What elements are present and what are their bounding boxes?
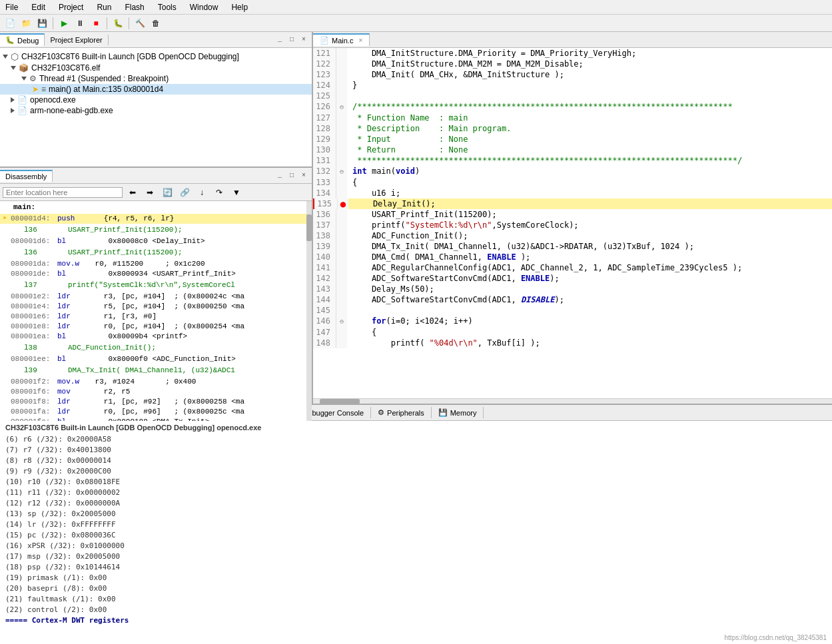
peripherals-tab[interactable]: ⚙ Peripherals	[371, 407, 432, 418]
fold-icon-126[interactable]: ⊖	[340, 103, 344, 111]
menu-run[interactable]: Run	[94, 1, 114, 13]
top-section: 🐛 Debug Project Explorer _ □ × ⬡ CH3	[0, 32, 832, 405]
thread-icon: ⚙	[29, 74, 37, 83]
clean-button[interactable]: 🗑	[149, 16, 163, 31]
console-line-10: (16) xPSR (/32): 0x01000000	[5, 541, 827, 551]
code-line-124: 124 }	[313, 80, 832, 91]
console-line-7: (13) sp (/32): 0x20005000	[5, 509, 827, 519]
run-button[interactable]: ▶	[57, 16, 71, 31]
code-line-140: 140 DMA_Cmd( DMA1_Channel1, ENABLE );	[313, 252, 832, 262]
disasm-source-l37: l37 printf("SystemClk:%d\r\n",SystemCore…	[0, 279, 312, 292]
memory-tab[interactable]: 💾 Memory	[432, 407, 484, 418]
tree-thread-label: Thread #1 (Suspended : Breakpoint)	[39, 74, 169, 83]
disasm-refresh-btn[interactable]: 🔄	[160, 185, 175, 200]
disasm-row-13[interactable]: 080001fa: ldr r0, [pc, #96] ; (0x800025c…	[0, 407, 312, 417]
yellow-arrow-icon: ➤	[32, 85, 39, 94]
code-line-130: 130 * Return : None	[313, 145, 832, 155]
code-line-143: 143 Delay_Ms(50);	[313, 284, 832, 294]
tree-item-elf[interactable]: 📦 CH32F103C8T6.elf	[0, 63, 312, 73]
disasm-sync-btn[interactable]: 🔗	[177, 185, 192, 200]
build-button[interactable]: 🔨	[133, 16, 147, 31]
disasm-row-5[interactable]: 080001e4: ldr r5, [pc, #104] ; (0x800025…	[0, 302, 312, 312]
code-line-134: 134 u16 i;	[313, 188, 832, 198]
disasm-row-2[interactable]: 080001da: mov.w r0, #115200 ; 0x1c200	[0, 259, 312, 269]
close-editor-tab-btn[interactable]: ×	[358, 37, 362, 44]
pause-button[interactable]: ⏸	[73, 16, 87, 31]
tree-item-gdb[interactable]: 📄 arm-none-eabi-gdb.exe	[0, 105, 312, 116]
tree-item-launch[interactable]: ⬡ CH32F103C8T6 Built-in Launch [GDB Open…	[0, 51, 312, 63]
menu-tools[interactable]: Tools	[155, 1, 179, 13]
stop-button[interactable]: ■	[89, 16, 103, 31]
editor-hscroll-thumb[interactable]	[320, 399, 360, 404]
disasm-row-12[interactable]: 080001f8: ldr r1, [pc, #92] ; (0x8000258…	[0, 397, 312, 407]
disasm-row-1[interactable]: 080001d6: bl 0x80008c0 <Delay_Init>	[0, 236, 312, 246]
disasm-row-9[interactable]: 080001ee: bl 0x80000f0 <ADC_Function_Ini…	[0, 354, 312, 364]
menu-file[interactable]: File	[3, 1, 21, 13]
toolbar-sep-2	[107, 17, 107, 29]
disasm-step-btn[interactable]: ↓	[195, 185, 209, 200]
menu-edit[interactable]: Edit	[29, 1, 48, 13]
disasm-source-l36a: l36 USART_Printf_Init(115200);	[0, 224, 312, 236]
debug-tab[interactable]: 🐛 Debug	[0, 33, 45, 46]
editor-horizontal-scrollbar[interactable]	[313, 398, 832, 404]
maximize-disasm-btn[interactable]: □	[286, 170, 297, 181]
disasm-location-input[interactable]	[3, 187, 123, 198]
code-line-127: 127 * Function Name : main	[313, 113, 832, 123]
fold-icon-132[interactable]: ⊖	[340, 168, 344, 175]
maximize-debug-btn[interactable]: □	[286, 35, 297, 45]
disasm-tab[interactable]: Disassembly	[0, 170, 53, 182]
editor-tab-main[interactable]: 📄 Main.c ×	[313, 33, 370, 46]
disasm-row-4[interactable]: 080001e2: ldr r3, [pc, #104] ; (0x800024…	[0, 292, 312, 302]
close-debug-btn[interactable]: ×	[298, 35, 309, 45]
tree-item-openocd[interactable]: 📄 openocd.exe	[0, 95, 312, 105]
tree-item-frame[interactable]: ➤ ≡ main() at Main.c:135 0x80001d4	[0, 84, 312, 95]
project-explorer-tab[interactable]: Project Explorer	[45, 35, 108, 45]
open-button[interactable]: 📁	[19, 16, 33, 31]
debug-button[interactable]: 🐛	[111, 16, 125, 31]
disasm-row-6[interactable]: 080001e6: ldr r1, [r3, #0]	[0, 312, 312, 322]
disasm-row-10[interactable]: 080001f2: mov.w r3, #1024 ; 0x400	[0, 377, 312, 387]
editor-content[interactable]: 121 DMA_InitStructure.DMA_Priority = DMA…	[313, 48, 832, 404]
disasm-source-l38: l38 ADC_Function_Init();	[0, 342, 312, 354]
memory-tab-label: Memory	[450, 409, 477, 417]
tree-openocd-label: openocd.exe	[30, 95, 76, 105]
save-button[interactable]: 💾	[35, 16, 49, 31]
menu-flash[interactable]: Flash	[122, 1, 147, 13]
menu-window[interactable]: Window	[187, 1, 221, 13]
close-disasm-btn[interactable]: ×	[298, 170, 309, 181]
code-line-126: 126 ⊖ /*********************************…	[313, 101, 832, 113]
debug-icon: 🐛	[5, 36, 15, 45]
disasm-row-7[interactable]: 080001e8: ldr r0, [pc, #104] ; (0x800025…	[0, 322, 312, 332]
disasm-forward-btn[interactable]: ➡	[143, 185, 157, 200]
disasm-row-8[interactable]: 080001ea: bl 0x80009b4 <printf>	[0, 332, 312, 342]
fold-icon-146[interactable]: ⊖	[340, 318, 344, 325]
menu-project[interactable]: Project	[56, 1, 86, 13]
menubar: File Edit Project Run Flash Tools Window…	[0, 0, 832, 15]
code-line-129: 129 * Input : None	[313, 134, 832, 145]
left-panel: 🐛 Debug Project Explorer _ □ × ⬡ CH3	[0, 32, 313, 404]
minimize-disasm-btn[interactable]: _	[274, 170, 285, 181]
disasm-scrollbar-thumb[interactable]	[306, 214, 312, 241]
console-line-9: (15) pc (/32): 0x0800036C	[5, 530, 827, 541]
disasm-row-3[interactable]: 080001de: bl 0x8000934 <USART_Printf_Ini…	[0, 269, 312, 279]
disasm-back-btn[interactable]: ⬅	[125, 185, 140, 200]
disasm-tab-actions: _ □ ×	[274, 170, 312, 181]
disasm-current-row[interactable]: ➤ 080001d4: push {r4, r5, r6, lr}	[0, 214, 312, 224]
new-button[interactable]: 📄	[3, 16, 17, 31]
disasm-step-over-btn[interactable]: ↷	[212, 185, 226, 200]
console-content[interactable]: CH32F103C8T6 Built-in Launch [GDB OpenOC…	[0, 421, 832, 644]
menu-help[interactable]: Help	[228, 1, 250, 13]
code-line-131: 131 ************************************…	[313, 155, 832, 166]
disasm-more-btn[interactable]: ▼	[229, 185, 244, 200]
tree-item-thread[interactable]: ⚙ Thread #1 (Suspended : Breakpoint)	[0, 73, 312, 84]
breakpoint-marker-135[interactable]: ●	[338, 198, 348, 209]
console-line-2: (8) r8 (/32): 0x00000014	[5, 456, 827, 466]
console-line-15: (21) faultmask (/1): 0x00	[5, 594, 827, 605]
debug-tab-label: Debug	[17, 37, 39, 45]
minimize-debug-btn[interactable]: _	[274, 35, 285, 45]
main-container: 🐛 Debug Project Explorer _ □ × ⬡ CH3	[0, 32, 832, 644]
code-line-139: 139 DMA_Tx_Init( DMA1_Channel1, (u32)&AD…	[313, 241, 832, 252]
disasm-source-l36b: l36 USART_Printf_Init(115200);	[0, 246, 312, 259]
disasm-row-11[interactable]: 080001f6: mov r2, r5	[0, 387, 312, 397]
elf-icon: 📦	[19, 63, 29, 73]
